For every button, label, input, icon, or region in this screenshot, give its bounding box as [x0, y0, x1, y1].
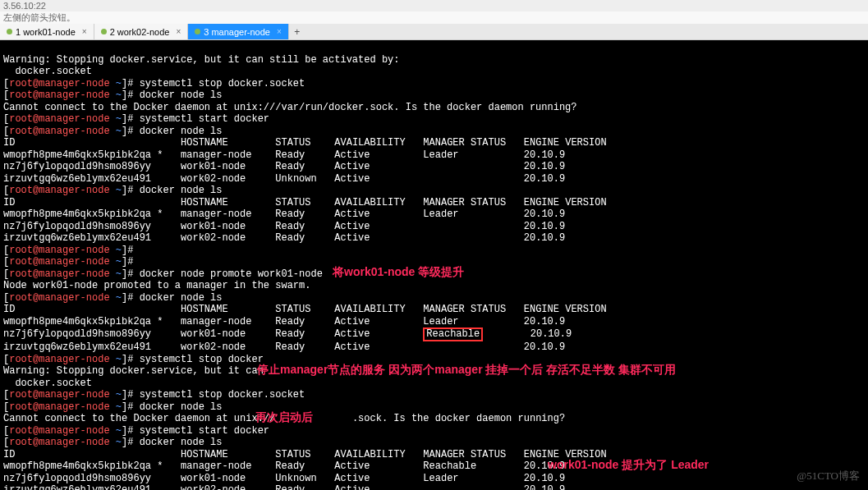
row: wmopfh8pme4m6qkx5kpibk2qa * manager-node… — [3, 316, 565, 327]
cmd: systemctl start docker — [133, 425, 269, 437]
error-line: Cannot connect to the Docker daemon at u… — [3, 413, 275, 424]
row: nz7j6fylopqodld9hsmo896yy work01-node Un… — [3, 473, 565, 484]
row: irzuvtgq6wz6eblymx62eu491 work02-node Re… — [3, 484, 565, 490]
cmd: docker node ls — [133, 89, 222, 101]
hint-text: 左侧的箭头按钮。 — [0, 11, 868, 24]
add-tab-button[interactable]: + — [289, 24, 305, 39]
row: wmopfh8pme4m6qkx5kpibk2qa * manager-node… — [3, 460, 565, 472]
close-icon[interactable]: × — [277, 27, 282, 36]
cmd: systemctl start docker — [133, 113, 269, 125]
tab-label: 2 work02-node — [110, 27, 170, 37]
warn-line: Warning: Stopping docker.service, but it… — [3, 365, 264, 377]
watermark: @51CTO博客 — [797, 469, 860, 483]
reachable-highlight: Reachable — [423, 327, 483, 341]
cmd: docker node ls — [133, 292, 222, 304]
tab-label: 1 work01-node — [16, 27, 76, 37]
cmd: systemctl stop docker.socket — [133, 78, 305, 89]
warn-line: Warning: Stopping docker.service, but it… — [3, 54, 399, 66]
status-dot-icon — [7, 29, 12, 34]
tab-manager[interactable]: 3 manager-node × — [188, 24, 289, 39]
cmd: docker node ls — [133, 185, 222, 196]
annotation-promote: 将work01-node 等级提升 — [333, 266, 464, 278]
row: nz7j6fylopqodld9hsmo896yy work01-node Re… — [3, 221, 565, 232]
tab-strip: 1 work01-node × 2 work02-node × 3 manage… — [0, 24, 868, 40]
promote-msg: Node work01-node promoted to a manager i… — [3, 280, 310, 291]
annotation-restart: 再次启动后 — [255, 411, 313, 424]
close-icon[interactable]: × — [176, 27, 181, 36]
window-time: 3.56.10:22 — [0, 0, 868, 11]
warn-line2: docker.socket — [3, 66, 92, 77]
status-dot-icon — [101, 29, 107, 34]
row: irzuvtgq6wz6eblymx62eu491 work02-node Re… — [3, 232, 565, 244]
tab-work01[interactable]: 1 work01-node × — [0, 24, 94, 39]
terminal-output[interactable]: Warning: Stopping docker.service, but it… — [0, 40, 868, 490]
close-icon[interactable]: × — [82, 27, 87, 36]
cmd: docker node ls — [133, 401, 222, 413]
cmd: systemctl stop docker — [133, 354, 263, 365]
row: nz7j6fylopqodld9hsmo896yy work01-node Re… — [3, 161, 565, 172]
prompt-user: root@manager-node — [9, 78, 109, 89]
cmd: systemctl stop docker.socket — [133, 389, 305, 401]
cmd: docker node ls — [133, 126, 222, 137]
error-line: Cannot connect to the Docker daemon at u… — [3, 102, 577, 113]
row: nz7j6fylopqodld9hsmo896yy work01-node Re… — [3, 328, 572, 340]
prompt-path: ~ — [116, 78, 122, 89]
row: irzuvtgq6wz6eblymx62eu491 work02-node Re… — [3, 341, 565, 353]
annotation-stop-service: 停止manager节点的服务 因为两个manager 挂掉一个后 存活不足半数 … — [257, 364, 676, 376]
status-dot-icon — [195, 29, 200, 34]
tab-work02[interactable]: 2 work02-node × — [94, 24, 189, 39]
cmd: docker node promote work01-node — [133, 268, 322, 280]
cmd: docker node ls — [133, 437, 222, 448]
annotation-leader: work01-node 提升为了 Leader — [548, 459, 709, 471]
tab-label: 3 manager-node — [204, 27, 270, 37]
row: wmopfh8pme4m6qkx5kpibk2qa * manager-node… — [3, 149, 565, 161]
row: irzuvtgq6wz6eblymx62eu491 work02-node Un… — [3, 173, 565, 185]
warn-line2: docker.socket — [3, 378, 92, 389]
row: wmopfh8pme4m6qkx5kpibk2qa * manager-node… — [3, 208, 565, 220]
